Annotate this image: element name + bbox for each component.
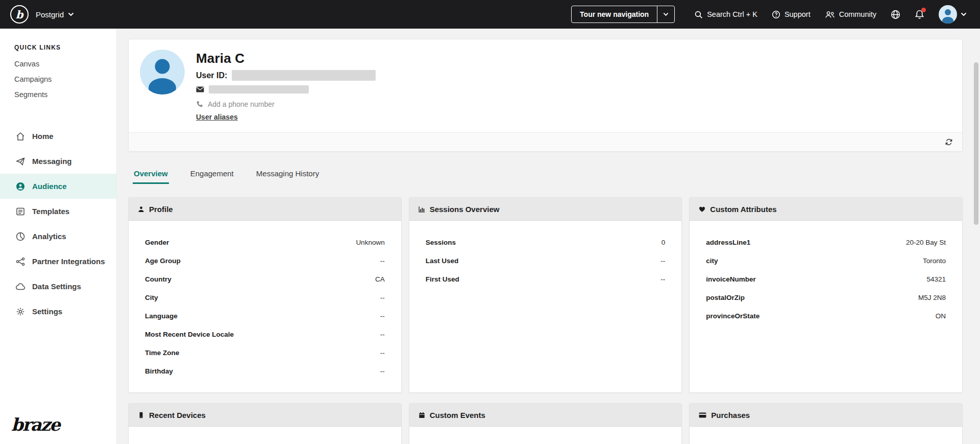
attribute-row: CountryCA	[145, 270, 385, 288]
profile-tabs: Overview Engagement Messaging History	[128, 163, 963, 184]
braze-wordmark: braze	[11, 414, 60, 435]
sidebar-item-audience[interactable]: Audience	[0, 174, 116, 199]
sidebar-item-label: Templates	[32, 207, 69, 216]
sidebar-item-label: Messaging	[32, 157, 72, 166]
attribute-row: GenderUnknown	[145, 233, 385, 251]
user-profile-header: Maria C User ID: Add a phone number User…	[129, 39, 962, 132]
attribute-row: Birthday--	[145, 362, 385, 380]
profile-card-body: GenderUnknown Age Group-- CountryCA City…	[129, 221, 401, 392]
tour-button-label[interactable]: Tour new navigation	[572, 10, 657, 18]
sessions-card-body: Sessions0 Last Used-- First Used--	[409, 221, 682, 392]
sidebar-item-data-settings[interactable]: Data Settings	[0, 274, 116, 299]
sidebar-nav: Home Messaging Audience Templates Analyt…	[0, 124, 116, 324]
add-phone-label: Add a phone number	[208, 100, 275, 108]
braze-logo-icon[interactable]: b	[10, 5, 29, 24]
user-profile-card: Maria C User ID: Add a phone number User…	[128, 39, 963, 152]
gear-icon	[15, 307, 26, 317]
custom-attributes-card-header: Custom Attributes	[690, 198, 962, 221]
redacted-email-value	[209, 85, 309, 94]
recent-devices-card-body	[129, 427, 401, 444]
calendar-icon	[419, 412, 425, 418]
user-name: Maria C	[196, 51, 376, 66]
search-icon	[694, 10, 703, 19]
custom-events-card-body	[409, 427, 682, 444]
help-icon	[772, 10, 780, 19]
overview-cards-row-1: Profile GenderUnknown Age Group-- Countr…	[128, 197, 963, 393]
tour-dropdown-toggle[interactable]	[657, 6, 674, 22]
chevron-down-icon	[68, 12, 74, 16]
globe-icon[interactable]	[891, 10, 900, 19]
quick-links-heading: QUICK LINKS	[14, 44, 116, 51]
sidebar-item-campaigns[interactable]: Campaigns	[14, 72, 116, 87]
profile-card-footer	[129, 132, 962, 151]
sidebar-item-label: Partner Integrations	[32, 257, 105, 266]
profile-card-header: Profile	[129, 198, 401, 221]
sidebar-item-label: Settings	[32, 307, 62, 316]
sidebar-item-label: Analytics	[32, 232, 66, 241]
tour-new-navigation-button[interactable]: Tour new navigation	[571, 6, 675, 23]
custom-attributes-card: Custom Attributes addressLine120-20 Bay …	[689, 197, 963, 393]
attribute-row: Time Zone--	[145, 343, 385, 362]
community-label: Community	[839, 10, 876, 18]
phone-icon	[196, 101, 203, 108]
refresh-icon[interactable]	[945, 138, 953, 146]
tab-overview[interactable]: Overview	[133, 163, 169, 184]
user-aliases-link[interactable]: User aliases	[196, 113, 238, 121]
attribute-row: invoiceNumber54321	[706, 270, 946, 288]
sidebar-item-messaging[interactable]: Messaging	[0, 149, 116, 174]
recent-devices-card-header: Recent Devices	[129, 404, 401, 427]
top-navigation-bar: b Postgrid Tour new navigation Search Ct…	[0, 0, 980, 29]
card-title: Purchases	[711, 411, 750, 419]
audience-person-circle-icon	[15, 181, 26, 192]
attribute-row: First Used--	[426, 270, 666, 288]
sidebar-item-partner-integrations[interactable]: Partner Integrations	[0, 249, 116, 274]
attribute-row: City--	[145, 288, 385, 307]
sidebar-item-home[interactable]: Home	[0, 124, 116, 149]
sidebar-item-canvas[interactable]: Canvas	[14, 56, 116, 72]
profile-attributes-card: Profile GenderUnknown Age Group-- Countr…	[128, 197, 402, 393]
envelope-icon	[196, 86, 204, 92]
support-button[interactable]: Support	[772, 10, 811, 19]
user-avatar	[140, 50, 185, 95]
sessions-card-header: Sessions Overview	[409, 198, 682, 221]
notifications-bell-icon[interactable]	[915, 10, 924, 19]
bar-chart-icon	[419, 206, 425, 213]
community-people-icon	[825, 11, 835, 18]
tab-engagement[interactable]: Engagement	[189, 163, 235, 184]
notification-dot	[921, 8, 926, 12]
workspace-switcher[interactable]: Postgrid	[36, 10, 74, 19]
attribute-row: Age Group--	[145, 251, 385, 270]
heart-icon	[699, 206, 705, 213]
purchases-card-body	[690, 427, 962, 444]
attribute-row: Last Used--	[426, 251, 666, 270]
sidebar-item-label: Audience	[32, 182, 67, 191]
templates-icon	[15, 206, 26, 217]
sidebar-item-analytics[interactable]: Analytics	[0, 224, 116, 249]
attribute-row: addressLine120-20 Bay St	[706, 233, 946, 251]
overview-cards-row-2: Recent Devices Custom Events Purchases	[128, 403, 963, 444]
sessions-overview-card: Sessions Overview Sessions0 Last Used-- …	[409, 197, 682, 393]
custom-events-card-header: Custom Events	[409, 404, 682, 427]
paper-plane-icon	[15, 156, 26, 167]
brand-area: b Postgrid	[10, 5, 74, 24]
chevron-down-icon	[961, 12, 967, 16]
add-phone-link[interactable]: Add a phone number	[196, 100, 376, 108]
custom-attributes-card-body: addressLine120-20 Bay St cityToronto inv…	[690, 221, 962, 392]
scrollbar[interactable]	[974, 62, 978, 225]
redacted-user-id-value	[232, 70, 376, 81]
sidebar-item-segments[interactable]: Segments	[14, 87, 116, 102]
sidebar-item-label: Data Settings	[32, 282, 81, 291]
custom-events-card: Custom Events	[409, 403, 682, 444]
sidebar-item-templates[interactable]: Templates	[0, 199, 116, 224]
purchases-card: Purchases	[689, 403, 963, 444]
sidebar-item-settings[interactable]: Settings	[0, 299, 116, 324]
user-menu[interactable]	[939, 5, 967, 24]
card-title: Custom Attributes	[710, 205, 776, 214]
tab-messaging-history[interactable]: Messaging History	[255, 163, 320, 184]
credit-card-icon	[699, 412, 706, 418]
card-title: Sessions Overview	[430, 205, 500, 214]
user-avatar-icon	[939, 5, 957, 24]
search-button[interactable]: Search Ctrl + K	[694, 10, 757, 19]
community-button[interactable]: Community	[825, 10, 876, 18]
user-details: Maria C User ID: Add a phone number User…	[196, 50, 376, 124]
